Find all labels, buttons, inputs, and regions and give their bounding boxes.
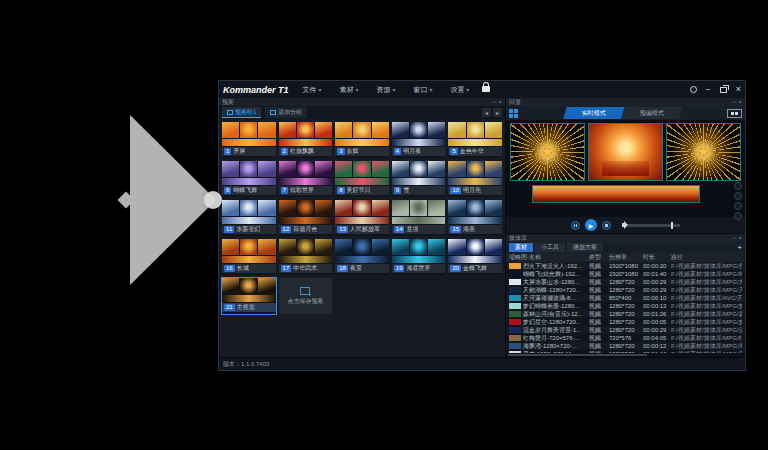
media-duration: 00:00:05 [643, 319, 671, 325]
plan-tile[interactable]: 5 金色年华 [448, 122, 502, 158]
pause-button[interactable] [571, 221, 580, 230]
mode-tabs: 实时模式预编模式 [565, 107, 681, 119]
layout-grid-icon[interactable] [509, 109, 518, 118]
media-tabs: 素材小工具播放方案 + [506, 242, 745, 253]
media-thumbnail [509, 303, 521, 309]
col-duration[interactable]: 时长 [643, 253, 671, 262]
plan-tile[interactable]: 2 红旗飘飘 [279, 122, 333, 158]
plan-tile[interactable]: 19 海底世界 [392, 239, 446, 275]
plan-name: 海燕 [463, 225, 475, 234]
col-resolution[interactable]: 分辨率 [609, 253, 643, 262]
plan-tile[interactable]: 14 意境 [392, 200, 446, 236]
plan-tile[interactable]: 20 金蝶飞舞 [448, 239, 502, 275]
help-icon[interactable] [690, 86, 697, 93]
titlebar: Kommander T1 文件 ▾素材 ▾资源 ▾窗口 ▾设置 ▾ − × [219, 81, 745, 98]
plan-banner-thumbnail [335, 139, 389, 146]
collapse-panel-icon[interactable]: ▫ [493, 99, 495, 106]
screen-preview-1[interactable] [510, 123, 585, 181]
plan-tile[interactable]: 13 人民解放军 [335, 200, 389, 236]
menu-item[interactable]: 资源 ▾ [376, 85, 395, 95]
plan-tile[interactable]: 17 中华武术 [279, 239, 333, 275]
plan-thumbnail [279, 239, 333, 255]
media-duration: 00:01:26 [643, 311, 671, 317]
plan-tile[interactable]: 1 开屏 [222, 122, 276, 158]
plan-tile[interactable]: 7 炫彩世界 [279, 161, 333, 197]
plan-group-tab[interactable]: 预案组1 [222, 107, 261, 118]
plan-thumbnail [392, 122, 446, 138]
screen-switch-button[interactable] [727, 109, 742, 118]
plan-tile[interactable]: 12 荷塘月色 [279, 200, 333, 236]
plan-group-tab[interactable]: 添加分组 [265, 107, 307, 118]
media-tab[interactable]: 素材 [509, 243, 533, 252]
volume-slider[interactable] [628, 224, 680, 227]
plan-tile[interactable]: 11 水墨变幻 [222, 200, 276, 236]
mode-tab[interactable]: 预编模式 [621, 107, 682, 119]
preview-tool-icon[interactable] [734, 192, 742, 200]
plan-tile[interactable]: 10 明月亮 [448, 161, 502, 197]
save-plan-button[interactable]: 点击保存预案 [279, 278, 333, 314]
plan-tile[interactable]: 4 明月夜 [392, 122, 446, 158]
collapse-panel-icon[interactable]: ▫ [733, 235, 735, 242]
menu-item[interactable]: 设置 ▾ [450, 85, 469, 95]
preview-area [506, 120, 745, 217]
plan-tile[interactable]: 18 夜景 [335, 239, 389, 275]
plan-banner-thumbnail [222, 295, 276, 302]
close-panel-icon[interactable]: × [738, 99, 742, 106]
close-button[interactable]: × [736, 86, 741, 93]
col-type[interactable]: 类型 [589, 253, 609, 262]
volume-handle[interactable] [671, 222, 673, 229]
plan-number-badge: 20 [450, 265, 461, 272]
plan-tile[interactable]: 21 主视觉 [222, 278, 276, 314]
preview-tool-icon[interactable] [734, 202, 742, 210]
plan-banner-thumbnail [279, 139, 333, 146]
plan-tile[interactable]: 15 海燕 [448, 200, 502, 236]
screen-preview-3[interactable] [666, 123, 741, 181]
collapse-panel-icon[interactable]: ▫ [733, 99, 735, 106]
plan-tile[interactable]: 6 蝴蝶飞舞 [222, 161, 276, 197]
screen-preview-2[interactable] [588, 123, 663, 181]
horizontal-scrollbar[interactable] [506, 353, 745, 357]
menu-item[interactable]: 文件 ▾ [303, 85, 322, 95]
plan-name: 水墨变幻 [236, 225, 260, 234]
plan-banner-thumbnail [222, 256, 276, 263]
plan-number-badge: 17 [281, 265, 292, 272]
preview-tool-icon[interactable] [734, 212, 742, 220]
plan-banner-thumbnail [335, 178, 389, 185]
plan-number-badge: 21 [224, 304, 235, 311]
scrollbar-thumb[interactable] [508, 354, 647, 356]
minimize-button[interactable]: − [706, 87, 711, 93]
plan-name: 明月亮 [463, 186, 481, 195]
play-button[interactable]: ▶ [585, 219, 597, 231]
col-path[interactable]: 路径 [671, 253, 742, 262]
plan-number-badge: 11 [224, 226, 234, 233]
screen-icon [227, 110, 233, 115]
plan-name: 炫彩世界 [290, 186, 314, 195]
restore-button[interactable] [720, 87, 727, 93]
plan-banner-thumbnail [222, 178, 276, 185]
media-resolution: 850*400 [609, 295, 643, 301]
media-tab[interactable]: 小工具 [535, 243, 565, 252]
plan-thumbnail [279, 161, 333, 177]
mode-tab[interactable]: 实时模式 [563, 107, 624, 119]
stop-button[interactable] [602, 221, 611, 230]
plan-tile[interactable]: 3 余辉 [335, 122, 389, 158]
preview-tool-icon[interactable] [734, 182, 742, 190]
lock-icon[interactable] [482, 86, 490, 92]
plan-tile[interactable]: 8 美好节日 [335, 161, 389, 197]
menu-item[interactable]: 窗口 ▾ [413, 85, 432, 95]
add-media-button[interactable]: + [737, 243, 742, 252]
screen-preview-banner[interactable] [532, 185, 700, 203]
app-logo: Kommander T1 [223, 85, 289, 95]
scroll-left-button[interactable]: ◂ [482, 108, 491, 117]
plan-number-badge: 16 [224, 265, 235, 272]
close-panel-icon[interactable]: × [498, 99, 502, 106]
close-panel-icon[interactable]: × [738, 235, 742, 242]
plan-number-badge: 2 [281, 148, 288, 155]
media-thumbnail [509, 335, 521, 341]
scroll-right-button[interactable]: ▸ [493, 108, 502, 117]
plan-tile[interactable]: 16 长城 [222, 239, 276, 275]
media-tab[interactable]: 播放方案 [567, 243, 603, 252]
menu-item[interactable]: 素材 ▾ [339, 85, 358, 95]
plan-tile[interactable]: 9 雪 [392, 161, 446, 197]
col-name[interactable]: 缩略图-名称 [509, 253, 589, 262]
